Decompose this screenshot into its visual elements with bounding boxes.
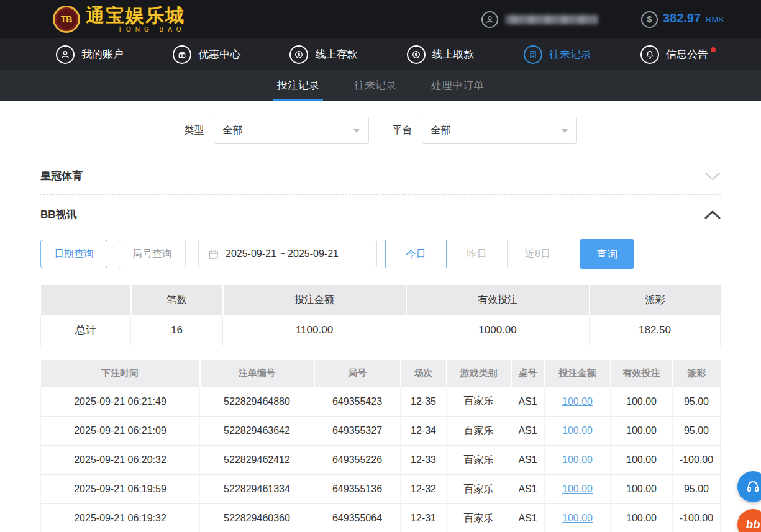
topbar-right: $ 382.97 RMB [481, 11, 724, 28]
date-range-input[interactable]: 2025-09-21 ~ 2025-09-21 [198, 240, 377, 268]
session-cell: 12-34 [401, 417, 447, 446]
calendar-icon [207, 248, 219, 260]
bet-amount-link[interactable]: 100.00 [562, 513, 593, 523]
valid-bet-cell: 100.00 [611, 475, 673, 504]
bet-amount-link[interactable]: 100.00 [562, 425, 593, 436]
round-number-cell: 649355327 [314, 417, 401, 446]
user-account[interactable] [481, 11, 598, 28]
last-8-days-button[interactable]: 近8日 [507, 240, 568, 268]
payout-cell: 95.00 [673, 417, 721, 446]
table-row: 2025-09-21 06:19:59522829461334649355136… [41, 475, 721, 504]
nav-item-announcements[interactable]: 信息公告 [640, 45, 708, 64]
section-title-crown-sports: 皇冠体育 [40, 169, 83, 183]
account-icon [56, 45, 75, 64]
platform-filter-label: 平台 [393, 124, 412, 137]
tab-bet-records[interactable]: 投注记录 [273, 70, 323, 101]
bet-amount-cell: 100.00 [545, 475, 611, 504]
session-cell: 12-31 [401, 504, 447, 532]
game-type-cell: 百家乐 [447, 446, 511, 475]
session-cell: 12-32 [401, 475, 447, 504]
bet-amount-cell: 100.00 [545, 504, 611, 532]
type-select[interactable]: 全部 [214, 117, 369, 144]
chevron-up-icon[interactable] [704, 210, 721, 219]
chevron-down-icon [353, 129, 360, 136]
nav-item-promotions[interactable]: 优惠中心 [173, 45, 240, 64]
section-bb-video[interactable]: BB视讯 [40, 195, 721, 233]
nav-item-deposit[interactable]: 线上存款 [289, 45, 357, 64]
nav-item-label: 线上存款 [315, 47, 357, 61]
nav-item-label: 我的账户 [81, 47, 124, 61]
nav-item-label: 信息公告 [666, 47, 708, 61]
nav-item-label: 线上取款 [432, 47, 475, 61]
section-crown-sports[interactable]: 皇冠体育 [40, 156, 721, 195]
notification-dot [711, 47, 716, 52]
date-query-button[interactable]: 日期查询 [40, 240, 107, 268]
summary-row-label: 总计 [41, 315, 131, 346]
quick-range-group: 今日 昨日 近8日 [386, 240, 568, 268]
balance-currency: RMB [706, 15, 724, 24]
sub-tabs: 投注记录 往来记录 处理中订单 [0, 70, 761, 101]
bet-amount-link[interactable]: 100.00 [562, 396, 593, 407]
bet-time-cell: 2025-09-21 06:20:32 [41, 446, 200, 475]
logo-title: 通宝娱乐城 [86, 6, 186, 25]
table-row: 2025-09-21 06:19:32522829460360649355064… [41, 504, 721, 532]
records-header-cell: 下注时间 [41, 360, 200, 387]
type-filter: 类型 全部 [185, 117, 369, 144]
deposit-coin-icon [289, 45, 308, 64]
tab-pending-orders[interactable]: 处理中订单 [427, 70, 488, 101]
round-number-cell: 649355136 [314, 475, 401, 504]
session-cell: 12-33 [401, 446, 447, 475]
bell-icon [640, 45, 659, 64]
bet-amount-cell: 100.00 [545, 417, 611, 446]
round-number-cell: 649355226 [314, 446, 401, 475]
summary-value-cell: 182.50 [590, 315, 721, 346]
payout-cell: 95.00 [673, 387, 721, 417]
chevron-down-icon[interactable] [704, 172, 721, 181]
order-number-cell: 522829464880 [200, 387, 314, 417]
summary-value-cell: 16 [131, 315, 223, 346]
order-number-cell: 522829460360 [200, 504, 314, 532]
records-header-cell: 局号 [314, 360, 401, 387]
game-type-cell: 百家乐 [447, 475, 511, 504]
date-range-value: 2025-09-21 ~ 2025-09-21 [226, 248, 339, 259]
nav-item-my-account[interactable]: 我的账户 [56, 45, 124, 64]
game-type-cell: 百家乐 [447, 387, 511, 417]
tab-transaction-records[interactable]: 往来记录 [350, 70, 400, 101]
bet-amount-link[interactable]: 100.00 [562, 484, 593, 494]
type-filter-label: 类型 [185, 124, 204, 137]
balance-amount: 382.97 [663, 11, 701, 25]
nav-item-withdraw[interactable]: 线上取款 [407, 45, 475, 64]
records-header-cell: 注单编号 [200, 360, 314, 387]
bet-amount-link[interactable]: 100.00 [562, 454, 593, 465]
platform-filter: 平台 全部 [393, 117, 577, 144]
platform-select[interactable]: 全部 [422, 117, 577, 144]
table-number-cell: AS1 [511, 504, 545, 532]
user-icon [481, 11, 498, 28]
headset-icon [745, 479, 760, 494]
valid-bet-cell: 100.00 [611, 504, 673, 532]
gift-icon [173, 45, 191, 64]
chevron-down-icon [562, 129, 568, 136]
type-select-value: 全部 [223, 124, 243, 137]
balance[interactable]: $ 382.97 RMB [641, 11, 724, 28]
wallet-icon: $ [641, 11, 658, 28]
order-number-cell: 522829463642 [200, 417, 314, 446]
records-header-cell: 桌号 [511, 360, 545, 387]
records-document-icon [524, 45, 542, 64]
summary-value-cell: 1100.00 [223, 315, 406, 346]
yesterday-button[interactable]: 昨日 [446, 240, 508, 268]
bet-time-cell: 2025-09-21 06:19:59 [41, 475, 200, 504]
round-query-button[interactable]: 局号查询 [119, 240, 186, 268]
logo[interactable]: TB 通宝娱乐城 TONG BAO [53, 6, 186, 33]
today-button[interactable]: 今日 [385, 240, 447, 268]
table-number-cell: AS1 [511, 417, 545, 446]
valid-bet-cell: 100.00 [611, 417, 673, 446]
table-row: 2025-09-21 06:21:49522829464880649355423… [41, 387, 721, 417]
search-button[interactable]: 查询 [580, 239, 634, 269]
summary-table: 笔数投注金额有效投注派彩 总计161100.001000.00182.50 [40, 285, 721, 346]
nav-item-transactions[interactable]: 往来记录 [524, 45, 591, 64]
summary-value-cell: 1000.00 [406, 315, 590, 346]
summary-header-cell: 投注金额 [223, 285, 406, 315]
section-title-bb-video: BB视讯 [40, 207, 77, 222]
bet-time-cell: 2025-09-21 06:19:32 [41, 504, 200, 532]
